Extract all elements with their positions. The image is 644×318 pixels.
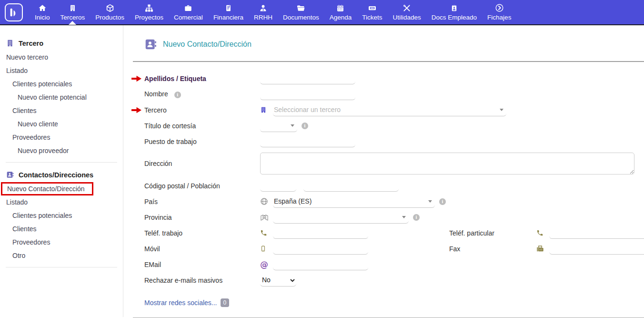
address-label: Dirección: [144, 160, 260, 167]
sidebar-item-proveedores[interactable]: Proveedores: [0, 131, 123, 144]
info-icon[interactable]: i: [174, 92, 181, 98]
address-book-icon: [144, 38, 157, 51]
thirdparty-placeholder: Seleccionar un tercero: [273, 106, 497, 113]
page-title: Nuevo Contacto/Dirección: [163, 40, 252, 49]
nav-item-label: Fichajes: [487, 14, 511, 21]
invoice-icon: [225, 4, 232, 12]
zip-town-label: Código postal / Población: [144, 182, 260, 190]
email-input[interactable]: [273, 259, 368, 270]
building-icon: [260, 106, 271, 114]
info-icon[interactable]: i: [439, 198, 446, 205]
nav-item-label: Comercial: [174, 14, 203, 21]
sidebar-item-nuevo-contacto-direccion[interactable]: Nuevo Contacto/Dirección: [1, 182, 93, 195]
home-icon: [38, 4, 47, 12]
email-label: EMail: [144, 261, 260, 268]
nav-item-label: Financiera: [213, 14, 243, 21]
cube-icon: [106, 4, 114, 12]
top-navigation-bar: Inicio Terceros Productos Proyectos Come…: [0, 0, 644, 25]
sidebar-item-nuevo-cliente[interactable]: Nuevo cliente: [0, 117, 123, 131]
annotation-arrow: [131, 75, 141, 82]
user-icon: [259, 4, 267, 12]
globe-icon: [260, 197, 271, 205]
nav-item-label: Docs Empleado: [432, 14, 477, 21]
lastname-label: Apellidos / Etiqueta: [144, 75, 260, 82]
sidebar-section-contactos[interactable]: Contactos/Direcciones: [0, 167, 123, 182]
nav-item-proyectos[interactable]: Proyectos: [130, 0, 169, 24]
folder-open-icon: [296, 4, 305, 12]
sidebar-item-clientes[interactable]: Clientes: [0, 104, 123, 117]
refuse-bulk-emails-select[interactable]: No: [260, 274, 296, 287]
annotation-arrow: [131, 107, 141, 113]
sidebar-section-tercero[interactable]: Tercero: [0, 36, 123, 51]
civility-select[interactable]: [260, 120, 297, 132]
nav-item-agenda[interactable]: Agenda: [324, 0, 357, 24]
thirdparty-select[interactable]: Seleccionar un tercero: [273, 104, 506, 116]
nav-item-fichajes[interactable]: Fichajes: [482, 0, 516, 24]
sidebar-item-listado-contactos[interactable]: Listado: [0, 195, 123, 209]
sidebar-item-nuevo-proveedor[interactable]: Nuevo proveedor: [0, 144, 123, 157]
building-icon: [69, 4, 76, 12]
phone-home-input[interactable]: [549, 227, 644, 239]
nav-item-documentos[interactable]: Documentos: [278, 0, 324, 24]
zip-input[interactable]: [260, 180, 296, 192]
clock-in-icon: [495, 4, 504, 12]
main-menu: Inicio Terceros Productos Proyectos Come…: [30, 0, 516, 24]
sidebar-item-contactos-clientes[interactable]: Clientes: [0, 222, 123, 236]
sidebar-item-contactos-clientes-potenciales[interactable]: Clientes potenciales: [0, 209, 123, 222]
nav-item-productos[interactable]: Productos: [90, 0, 130, 24]
town-input[interactable]: [303, 180, 399, 192]
info-icon[interactable]: i: [302, 123, 308, 129]
fax-input[interactable]: [549, 243, 644, 255]
sidebar-item-clientes-potenciales[interactable]: Clientes potenciales: [0, 77, 123, 91]
chevron-down-icon: [402, 216, 406, 218]
phone-pro-input[interactable]: [273, 227, 368, 239]
map-marker-icon: [260, 213, 271, 221]
address-textarea[interactable]: [260, 153, 634, 174]
at-sign-icon: @: [260, 260, 271, 269]
nav-item-label: Tickets: [362, 14, 382, 21]
sidebar-item-nuevo-cliente-potencial[interactable]: Nuevo cliente potencial: [0, 91, 123, 104]
nav-item-label: Agenda: [330, 14, 352, 21]
address-book-icon: [6, 171, 14, 179]
civility-label: Título de cortesía: [144, 122, 260, 130]
mobile-label: Móvil: [144, 245, 260, 253]
nav-item-label: Documentos: [283, 14, 319, 21]
country-select[interactable]: España (ES): [273, 195, 435, 208]
nav-item-docs-empleado[interactable]: Docs Empleado: [426, 0, 482, 24]
show-social-networks-link[interactable]: Mostrar redes sociales...: [144, 299, 217, 307]
phone-home-label: Teléf. particular: [449, 229, 536, 237]
nav-item-label: Utilidades: [393, 14, 421, 21]
sidebar-section-title: Tercero: [19, 40, 43, 47]
mobile-input[interactable]: [273, 243, 368, 255]
main-content: Nuevo Contacto/Dirección Apellidos / Eti…: [123, 25, 644, 317]
social-networks-count-badge[interactable]: 0: [221, 298, 230, 307]
info-icon[interactable]: i: [413, 214, 420, 221]
new-contact-form: Apellidos / Etiqueta Nombre i Tercero Se…: [144, 71, 644, 288]
job-input[interactable]: [260, 136, 355, 147]
firstname-input[interactable]: [260, 89, 355, 100]
nav-item-comercial[interactable]: Comercial: [169, 0, 208, 24]
nav-item-rrhh[interactable]: RRHH: [249, 0, 278, 24]
sidebar-item-nuevo-tercero[interactable]: Nuevo tercero: [0, 51, 123, 64]
nav-item-tickets[interactable]: Tickets: [357, 0, 387, 24]
refuse-bulk-emails-label: Rechazar e-mails masivos: [144, 277, 260, 284]
sidebar-item-contactos-otro[interactable]: Otro: [0, 249, 123, 262]
phone-pro-label: Teléf. trabajo: [144, 229, 260, 237]
briefcase-icon: [184, 4, 192, 12]
nav-item-label: RRHH: [254, 14, 272, 21]
nav-item-terceros[interactable]: Terceros: [55, 0, 91, 24]
header-divider: [133, 61, 644, 62]
state-select[interactable]: [273, 211, 409, 224]
tools-icon: [402, 4, 411, 12]
nav-item-utilidades[interactable]: Utilidades: [388, 0, 426, 24]
nav-item-financiera[interactable]: Financiera: [208, 0, 249, 24]
chevron-down-icon: [291, 124, 294, 127]
dolibarr-logo[interactable]: [5, 3, 23, 21]
nav-item-label: Proyectos: [135, 14, 163, 21]
sidebar-item-contactos-proveedores[interactable]: Proveedores: [0, 236, 123, 249]
sidebar-divider: [6, 267, 117, 267]
id-badge-icon: [451, 4, 458, 12]
sidebar-item-listado-terceros[interactable]: Listado: [0, 64, 123, 77]
lastname-input[interactable]: [260, 73, 355, 84]
nav-item-inicio[interactable]: Inicio: [30, 0, 55, 24]
